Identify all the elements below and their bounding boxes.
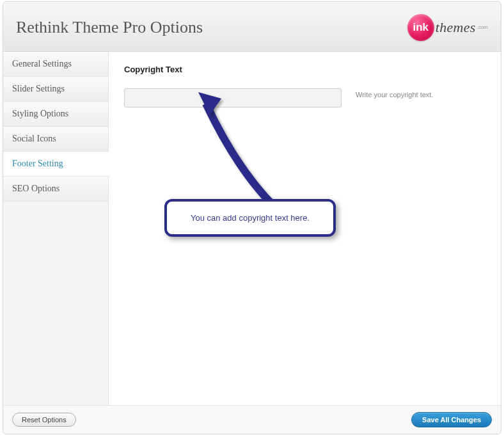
copyright-text-input[interactable] bbox=[124, 88, 342, 107]
sidebar-item-label: Slider Settings bbox=[12, 84, 65, 93]
options-panel: Rethink Theme Pro Options ink themes .co… bbox=[3, 1, 501, 434]
annotation-arrow-icon bbox=[198, 92, 294, 211]
section-title: Copyright Text bbox=[124, 65, 485, 74]
brand-logo: ink themes .com bbox=[407, 14, 488, 41]
sidebar-item-social-icons[interactable]: Social Icons bbox=[3, 127, 108, 152]
logo-circle-icon: ink bbox=[407, 14, 434, 41]
sidebar-item-general-settings[interactable]: General Settings bbox=[3, 52, 108, 77]
copyright-field-row: Write your copyright text. bbox=[124, 88, 485, 107]
save-all-changes-button[interactable]: Save All Changes bbox=[411, 412, 492, 427]
reset-options-button[interactable]: Reset Options bbox=[12, 413, 76, 427]
main-content: Copyright Text Write your copyright text… bbox=[109, 52, 501, 405]
sidebar-nav: General Settings Slider Settings Styling… bbox=[3, 52, 109, 405]
sidebar-item-slider-settings[interactable]: Slider Settings bbox=[3, 77, 108, 102]
logo-text: themes bbox=[436, 19, 476, 36]
panel-header: Rethink Theme Pro Options ink themes .co… bbox=[3, 2, 501, 52]
sidebar-item-label: Styling Options bbox=[12, 109, 68, 118]
annotation-callout: You can add copyright text here. bbox=[164, 199, 336, 237]
sidebar-item-footer-setting[interactable]: Footer Setting bbox=[3, 152, 109, 177]
sidebar-item-label: SEO Options bbox=[12, 184, 59, 193]
panel-body: General Settings Slider Settings Styling… bbox=[3, 52, 501, 405]
sidebar-item-label: General Settings bbox=[12, 59, 72, 68]
callout-text: You can add copyright text here. bbox=[191, 213, 310, 223]
panel-footer: Reset Options Save All Changes bbox=[3, 405, 501, 434]
sidebar-item-styling-options[interactable]: Styling Options bbox=[3, 102, 108, 127]
page-title: Rethink Theme Pro Options bbox=[16, 18, 203, 37]
sidebar-item-seo-options[interactable]: SEO Options bbox=[3, 177, 108, 202]
sidebar-item-label: Social Icons bbox=[12, 134, 56, 143]
sidebar-item-label: Footer Setting bbox=[12, 159, 63, 168]
logo-subtext: .com bbox=[477, 24, 488, 30]
helper-text: Write your copyright text. bbox=[356, 88, 433, 99]
